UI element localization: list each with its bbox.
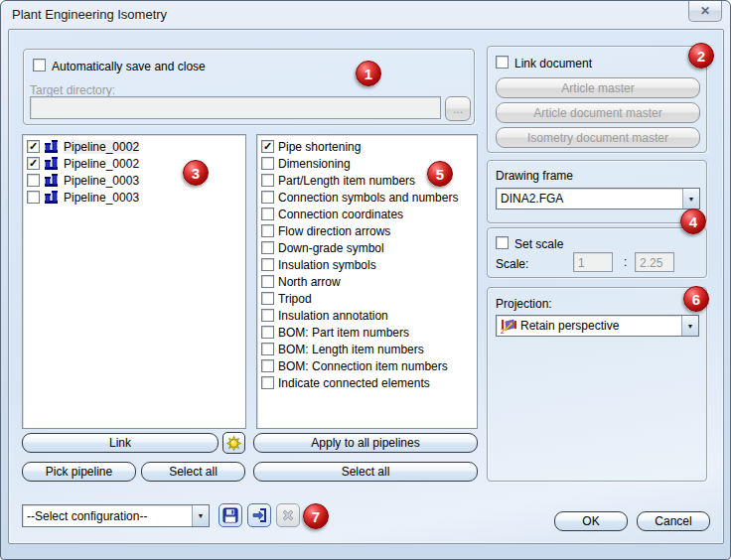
ellipsis-icon: ...	[453, 102, 463, 116]
checkbox[interactable]: ✓	[27, 157, 40, 170]
delete-configuration-button	[276, 503, 300, 527]
pipeline-row[interactable]: Pipeline_0003	[23, 189, 245, 206]
row-label: Pipe shortening	[278, 140, 361, 154]
checkbox[interactable]	[27, 191, 40, 204]
checkbox[interactable]	[261, 275, 274, 288]
set-scale-checkbox[interactable]	[496, 236, 509, 249]
scale-denominator-input: 2.25	[635, 252, 674, 272]
ok-button[interactable]: OK	[554, 511, 628, 531]
option-row[interactable]: BOM: Connection item numbers	[257, 357, 477, 374]
load-configuration-button[interactable]	[247, 503, 271, 527]
pipeline-icon	[44, 139, 60, 154]
pipeline-icon	[44, 156, 60, 171]
pipeline-list[interactable]: ✓ Pipeline_0002✓ Pipeline_0002 Pipeline_…	[22, 134, 246, 429]
scale-numerator-input: 1	[573, 252, 613, 272]
pipeline-row[interactable]: Pipeline_0003	[23, 172, 245, 189]
option-row[interactable]: Connection symbols and numbers	[257, 189, 477, 206]
annotation-badge-3: 3	[183, 160, 209, 186]
close-button[interactable]: ✕	[688, 1, 722, 22]
autosave-group: Automatically save and close Target dire…	[23, 49, 475, 125]
article-master-button: Article master	[496, 77, 700, 98]
save-configuration-button[interactable]	[219, 503, 242, 527]
checkbox[interactable]: ✓	[261, 140, 274, 153]
dropdown-arrow-icon[interactable]: ▼	[681, 316, 698, 336]
gear-icon	[226, 436, 242, 451]
option-row[interactable]: Indicate connected elements	[257, 374, 477, 391]
checkbox[interactable]	[261, 309, 274, 322]
checkbox[interactable]	[261, 359, 274, 372]
article-document-master-button: Article document master	[496, 102, 700, 123]
row-label: Insulation annotation	[278, 309, 388, 323]
checkbox[interactable]	[261, 208, 274, 220]
projection-label: Projection:	[496, 297, 552, 311]
row-label: Flow direction arrows	[278, 224, 390, 238]
pick-pipeline-button[interactable]: Pick pipeline	[22, 462, 136, 482]
checkbox[interactable]	[261, 292, 274, 305]
configuration-value: --Select configuration--	[23, 505, 192, 526]
row-label: Indicate connected elements	[278, 376, 430, 390]
checkbox[interactable]	[261, 326, 274, 339]
delete-icon	[280, 507, 296, 523]
checkbox[interactable]	[27, 174, 40, 187]
scale-separator: :	[624, 255, 627, 269]
save-icon	[222, 507, 238, 523]
checkbox[interactable]	[261, 343, 274, 355]
option-row[interactable]: ✓Pipe shortening	[257, 138, 477, 155]
option-row[interactable]: Connection coordinates	[257, 206, 477, 222]
pipeline-row[interactable]: ✓ Pipeline_0002	[23, 138, 245, 155]
annotation-badge-4: 4	[680, 209, 706, 234]
title-bar[interactable]: Plant Engineering Isometry	[1, 1, 730, 29]
row-label: BOM: Connection item numbers	[278, 359, 448, 373]
row-label: Connection coordinates	[278, 208, 403, 221]
projection-icon: 2	[501, 318, 517, 334]
link-document-group: Link document Article master Article doc…	[487, 46, 707, 153]
annotation-badge-5: 5	[427, 161, 453, 187]
row-label: Connection symbols and numbers	[278, 191, 458, 205]
checkbox[interactable]	[261, 224, 274, 237]
select-all-pipelines-button[interactable]: Select all	[141, 462, 245, 482]
option-row[interactable]: BOM: Length item numbers	[257, 341, 477, 357]
checkbox[interactable]	[261, 191, 274, 204]
row-label: BOM: Part item numbers	[278, 326, 409, 340]
row-label: Insulation symbols	[278, 258, 376, 272]
link-button[interactable]: Link	[22, 433, 219, 453]
annotation-badge-2: 2	[688, 43, 714, 69]
row-label: Pipeline_0003	[64, 191, 139, 205]
option-row[interactable]: Insulation symbols	[257, 256, 477, 273]
autosave-label: Automatically save and close	[52, 60, 206, 73]
import-icon	[251, 507, 267, 523]
target-directory-label: Target directory:	[30, 83, 115, 97]
checkbox[interactable]	[261, 174, 274, 187]
option-row[interactable]: Insulation annotation	[257, 307, 477, 324]
checkbox[interactable]	[261, 258, 274, 271]
select-all-options-button[interactable]: Select all	[253, 462, 478, 482]
dropdown-arrow-icon[interactable]: ▼	[192, 505, 209, 526]
checkbox[interactable]	[261, 241, 274, 254]
pipeline-row[interactable]: ✓ Pipeline_0002	[23, 155, 245, 172]
drawing-frame-combobox[interactable]: DINA2.FGA ▼	[496, 188, 700, 210]
apply-to-all-pipelines-button[interactable]: Apply to all pipelines	[253, 433, 478, 453]
option-row[interactable]: Tripod	[257, 290, 477, 307]
drawing-frame-label: Drawing frame	[496, 169, 573, 183]
configuration-combobox[interactable]: --Select configuration-- ▼	[22, 504, 210, 527]
link-document-label: Link document	[514, 57, 592, 70]
option-row[interactable]: Down-grade symbol	[257, 239, 477, 256]
option-row[interactable]: BOM: Part item numbers	[257, 324, 477, 341]
checkbox[interactable]: ✓	[27, 140, 40, 153]
annotation-badge-7: 7	[303, 503, 329, 529]
pipeline-icon	[44, 173, 60, 188]
settings-button[interactable]	[222, 432, 245, 454]
option-row[interactable]: North arrow	[257, 273, 477, 290]
dropdown-arrow-icon[interactable]: ▼	[682, 189, 699, 209]
checkbox[interactable]	[261, 157, 274, 170]
option-row[interactable]: Flow direction arrows	[257, 222, 477, 239]
dialog-window: Plant Engineering Isometry ✕ Automatical…	[0, 0, 731, 560]
link-document-checkbox[interactable]	[496, 56, 509, 69]
cancel-button[interactable]: Cancel	[637, 511, 710, 531]
isometry-document-master-button: Isometry document master	[496, 127, 700, 148]
checkbox[interactable]	[261, 376, 274, 389]
projection-combobox[interactable]: 2 Retain perspective ▼	[496, 315, 699, 337]
set-scale-group: Set scale Scale: 1 : 2.25	[487, 227, 707, 278]
target-directory-input	[30, 96, 441, 119]
autosave-checkbox[interactable]	[33, 59, 46, 71]
